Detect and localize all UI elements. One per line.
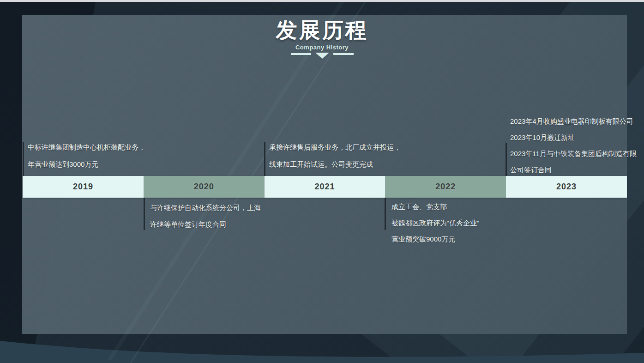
year-label: 2022 <box>435 182 456 192</box>
event-2019: 中标许继集团制造中心机柜装配业务， 年营业额达到3000万元 <box>28 139 145 173</box>
timeline-bar: 2019 2020 2021 2022 2023 <box>23 176 627 198</box>
event-2020: 与许继保护自动化系统分公司，上海 许继等单位签订年度合同 <box>150 200 261 233</box>
top-edge-strip <box>0 0 644 2</box>
event-text-line: 被魏都区政府评为“优秀企业” <box>391 215 479 231</box>
event-text-line: 中标许继集团制造中心机柜装配业务， <box>28 139 145 156</box>
event-2023: 2023年4月收购盛业电器印制板有限公司 2023年10月搬迁新址 2023年1… <box>510 113 637 178</box>
tick-line-2021 <box>264 142 265 176</box>
down-triangle-icon <box>315 53 329 59</box>
event-text-line: 2023年10月搬迁新址 <box>510 129 637 145</box>
event-text-line: 年营业额达到3000万元 <box>28 156 145 173</box>
event-text-line: 承接许继售后服务业务，北厂成立并投运， <box>269 139 401 156</box>
page-title: 发展历程 <box>0 18 644 42</box>
title-divider <box>0 53 644 59</box>
event-text-line: 与许继保护自动化系统分公司，上海 <box>150 200 261 216</box>
timeline-segment-2022: 2022 <box>385 176 506 198</box>
event-2022: 成立工会、党支部 被魏都区政府评为“优秀企业” 营业额突破9000万元 <box>391 199 479 247</box>
event-text-line: 2023年11月与中铁装备集团盾构制造有限 <box>510 145 637 162</box>
year-label: 2019 <box>73 182 93 192</box>
event-text-line: 营业额突破9000万元 <box>391 231 479 247</box>
event-text-line: 许继等单位签订年度合同 <box>150 216 261 233</box>
timeline-segment-2023: 2023 <box>506 176 627 198</box>
year-label: 2020 <box>194 182 214 192</box>
tick-line-2023 <box>506 143 507 176</box>
timeline-segment-2020: 2020 <box>144 176 265 198</box>
timeline-segment-2021: 2021 <box>265 176 385 198</box>
divider-line-left <box>291 53 311 55</box>
year-label: 2021 <box>314 182 335 192</box>
tick-line-2020 <box>144 198 145 230</box>
bottom-curve-decoration <box>0 334 644 363</box>
tick-line-2022 <box>385 198 386 230</box>
tick-line-2019 <box>23 142 24 176</box>
event-text-line: 成立工会、党支部 <box>391 199 479 215</box>
event-text-line: 公司签订合同 <box>510 162 637 178</box>
year-label: 2023 <box>556 182 577 192</box>
event-2021: 承接许继售后服务业务，北厂成立并投运， 线束加工开始试运。公司变更完成 <box>269 139 401 173</box>
event-text-line: 2023年4月收购盛业电器印制板有限公司 <box>510 113 637 129</box>
slide: 发展历程 Company History 2019 2020 2021 2022… <box>0 0 644 363</box>
title-block: 发展历程 Company History <box>0 18 644 59</box>
event-text-line: 线束加工开始试运。公司变更完成 <box>269 156 401 173</box>
page-subtitle: Company History <box>0 44 644 51</box>
timeline-segment-2019: 2019 <box>23 176 144 198</box>
divider-line-right <box>333 53 354 55</box>
